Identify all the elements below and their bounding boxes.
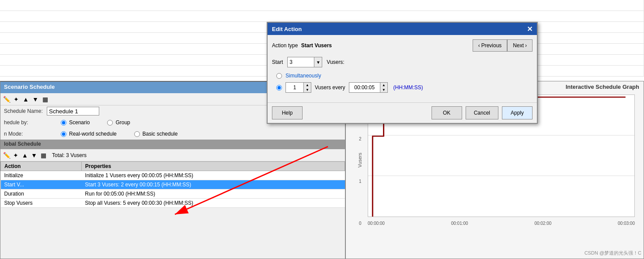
start-label: Start bbox=[272, 59, 283, 65]
radio-group[interactable] bbox=[107, 120, 113, 126]
vusers-count-spinner-btns: ▲ ▼ bbox=[303, 83, 311, 92]
start-value-input[interactable] bbox=[288, 57, 314, 67]
radio-real-world-group: Real-world schedule bbox=[61, 131, 117, 137]
vusers-count-down-btn[interactable]: ▼ bbox=[304, 88, 311, 92]
global-toolbar: ✏️ ✦ ▲ ▼ ▦ Total: 3 Vusers bbox=[0, 149, 345, 161]
panel-title-text: Scenario Schedule bbox=[4, 84, 55, 90]
action-cell: Duration bbox=[1, 189, 82, 199]
vusers-every-label: Vusers every bbox=[315, 84, 345, 91]
table-schedule-icon[interactable]: ▦ bbox=[39, 151, 47, 159]
table-row[interactable]: InitializeInitialize 1 Vusers every 00:0… bbox=[1, 171, 345, 180]
col-action-header: Action bbox=[1, 162, 82, 171]
action-cell: Initialize bbox=[1, 171, 82, 180]
time-down-btn[interactable]: ▼ bbox=[380, 88, 387, 92]
time-up-btn[interactable]: ▲ bbox=[380, 83, 387, 88]
previous-label: Previous bbox=[481, 42, 502, 49]
vusers-count-spinner: ▲ ▼ bbox=[285, 82, 311, 93]
radio-scenario[interactable] bbox=[61, 120, 66, 126]
action-type-value: Start Vusers bbox=[301, 42, 332, 49]
col-properties-header: Properties bbox=[81, 162, 345, 171]
radio-group-label[interactable]: Group bbox=[115, 119, 130, 126]
option-rows: Simultaneously ▲ ▼ Vusers every bbox=[276, 73, 533, 93]
previous-button[interactable]: ‹ Previous bbox=[473, 39, 508, 52]
start-dropdown-btn[interactable]: ▼ bbox=[314, 57, 322, 67]
next-chevron-icon: › bbox=[525, 42, 527, 49]
time-hint: (HH:MM:SS) bbox=[393, 84, 423, 91]
action-type-info: Action type Start Vusers bbox=[272, 42, 332, 49]
simultaneously-row: Simultaneously bbox=[276, 73, 533, 79]
radio-basic-group: Basic schedule bbox=[134, 131, 178, 137]
time-value-input[interactable] bbox=[349, 83, 380, 92]
run-mode-row: n Mode: Real-world schedule Basic schedu… bbox=[0, 128, 345, 140]
global-schedule-title: lobal Schedule bbox=[0, 140, 345, 149]
next-label: Next bbox=[513, 42, 524, 49]
nav-buttons: ‹ Previous Next › bbox=[473, 39, 533, 52]
x-axis-labels: 00:00:00 00:01:00 00:02:00 00:03:00 bbox=[368, 221, 635, 226]
apply-button[interactable]: Apply bbox=[502, 106, 533, 119]
properties-cell: Start 3 Vusers: 2 every 00:00:15 (HH:MM:… bbox=[81, 180, 345, 189]
footer-right: OK Cancel Apply bbox=[432, 106, 533, 119]
ok-button[interactable]: OK bbox=[432, 106, 462, 119]
schedule-name-input[interactable] bbox=[47, 107, 99, 116]
vusers-count-up-btn[interactable]: ▲ bbox=[304, 83, 311, 88]
vusers-count-input[interactable] bbox=[286, 83, 303, 92]
vusers-every-row: ▲ ▼ Vusers every ▲ ▼ (HH:MM:SS) bbox=[276, 82, 533, 93]
properties-cell: Run for 00:05:00 (HH:MM:SS) bbox=[81, 189, 345, 199]
action-cell: Start V... bbox=[1, 180, 82, 189]
up-schedule-icon[interactable]: ▲ bbox=[21, 151, 29, 159]
close-button[interactable]: ✕ bbox=[527, 25, 533, 33]
footer-left: Help bbox=[272, 106, 303, 119]
table-row[interactable]: DurationRun for 00:05:00 (HH:MM:SS) bbox=[1, 189, 345, 199]
table-row[interactable]: Start V...Start 3 Vusers: 2 every 00:00:… bbox=[1, 180, 345, 189]
radio-group-group: Group bbox=[107, 119, 130, 126]
edit-schedule-icon[interactable]: ✏️ bbox=[3, 151, 10, 159]
simultaneously-radio[interactable] bbox=[276, 73, 282, 79]
run-mode-label: n Mode: bbox=[4, 131, 43, 137]
start-select-container: ▼ bbox=[287, 57, 322, 67]
table-row[interactable]: Stop VusersStop all Vusers: 5 every 00:0… bbox=[1, 199, 345, 208]
schedule-name-label: Schedule Name: bbox=[4, 108, 43, 114]
action-cell: Stop Vusers bbox=[1, 199, 82, 208]
up-icon[interactable]: ▲ bbox=[22, 95, 30, 103]
down-schedule-icon[interactable]: ▼ bbox=[30, 151, 38, 159]
radio-real-world-label[interactable]: Real-world schedule bbox=[69, 131, 117, 137]
radio-scenario-label[interactable]: Scenario bbox=[69, 119, 90, 126]
time-spinner-btns: ▲ ▼ bbox=[380, 83, 387, 92]
dialog-footer: Help OK Cancel Apply bbox=[268, 102, 537, 123]
radio-scenario-group: Scenario bbox=[61, 119, 90, 126]
dialog-titlebar: Edit Action ✕ bbox=[268, 23, 537, 35]
prev-chevron-icon: ‹ bbox=[478, 42, 480, 49]
edit-action-dialog: Edit Action ✕ Action type Start Vusers ‹… bbox=[267, 22, 538, 124]
properties-cell: Stop all Vusers: 5 every 00:00:30 (HH:MM… bbox=[81, 199, 345, 208]
dialog-body: Action type Start Vusers ‹ Previous Next… bbox=[268, 35, 537, 102]
watermark: CSDN @梦道的光头强！C bbox=[585, 250, 641, 256]
total-vusers-label: Total: 3 Vusers bbox=[52, 152, 87, 158]
dialog-title: Edit Action bbox=[272, 26, 302, 32]
schedule-by-label: hedule by: bbox=[4, 119, 43, 126]
radio-basic-label[interactable]: Basic schedule bbox=[143, 131, 178, 137]
action-type-prefix: Action type bbox=[272, 42, 298, 49]
action-type-row: Action type Start Vusers ‹ Previous Next… bbox=[272, 39, 533, 52]
cancel-button[interactable]: Cancel bbox=[466, 106, 498, 119]
edit-icon[interactable]: ✏️ bbox=[3, 95, 10, 103]
next-button[interactable]: Next › bbox=[507, 39, 533, 52]
radio-real-world[interactable] bbox=[61, 131, 66, 137]
start-row: Start ▼ Vusers: bbox=[272, 57, 533, 67]
global-title-text: lobal Schedule bbox=[4, 141, 41, 147]
help-button[interactable]: Help bbox=[272, 106, 303, 119]
grid-icon[interactable]: ▦ bbox=[41, 95, 49, 103]
simultaneously-label[interactable]: Simultaneously bbox=[285, 73, 321, 79]
properties-cell: Initialize 1 Vusers every 00:00:05 (HH:M… bbox=[81, 171, 345, 180]
add-schedule-icon[interactable]: ✦ bbox=[12, 151, 20, 159]
vusers-label: Vusers: bbox=[327, 59, 344, 65]
radio-basic[interactable] bbox=[134, 131, 140, 137]
schedule-table: Action Properties InitializeInitialize 1… bbox=[0, 161, 345, 208]
time-input-group: ▲ ▼ bbox=[349, 82, 388, 93]
down-icon[interactable]: ▼ bbox=[31, 95, 39, 103]
every-radio[interactable] bbox=[276, 85, 282, 91]
add-icon[interactable]: ✦ bbox=[12, 95, 20, 103]
